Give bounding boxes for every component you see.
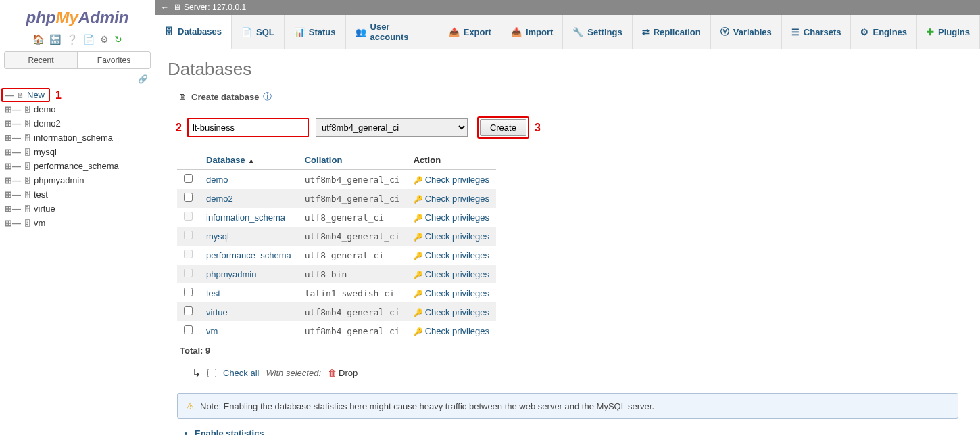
settings-icon[interactable]: ⚙ — [100, 34, 109, 45]
expand-icon[interactable]: ⊞ — [4, 204, 12, 214]
col-database[interactable]: Database▲ — [199, 151, 298, 170]
tab-users[interactable]: 👥User accounts — [346, 15, 439, 49]
check-privileges-link[interactable]: 🔑Check privileges — [414, 269, 489, 279]
logo-toolbar: 🏠 🔚 ❔ 📄 ⚙ ↻ — [0, 31, 155, 51]
tree-line-icon: — — [12, 204, 20, 214]
table-row: virtueutf8mb4_general_ci🔑Check privilege… — [177, 302, 496, 321]
server-label[interactable]: Server: 127.0.0.1 — [184, 3, 246, 12]
arrow-up-icon: ↳ — [192, 367, 201, 380]
row-checkbox[interactable] — [184, 325, 193, 334]
drop-link[interactable]: 🗑Drop — [328, 368, 358, 378]
reload-icon[interactable]: ↻ — [114, 34, 122, 45]
tab-charsets[interactable]: ☰Charsets — [782, 15, 852, 49]
expand-icon[interactable]: ⊞ — [4, 133, 12, 143]
main: ← 🖥 Server: 127.0.0.1 🗄Databases 📄SQL 📊S… — [155, 0, 980, 435]
logo[interactable]: phpMyAdmin — [0, 4, 155, 31]
dbname-input[interactable] — [187, 118, 309, 137]
db-name-link[interactable]: phpmyadmin — [206, 269, 256, 279]
check-all-link[interactable]: Check all — [223, 368, 259, 378]
row-checkbox[interactable] — [184, 306, 193, 315]
expand-icon[interactable]: ⊞ — [4, 118, 12, 129]
database-icon: 🗄 — [22, 191, 32, 199]
db-name-link[interactable]: mysql — [206, 231, 229, 242]
check-privileges-link[interactable]: 🔑Check privileges — [414, 250, 489, 260]
row-checkbox[interactable] — [184, 288, 193, 296]
logout-icon[interactable]: 🔚 — [49, 34, 61, 45]
tree-item[interactable]: ⊞—🗄performance_schema — [1, 159, 153, 173]
sql-icon[interactable]: 📄 — [83, 34, 95, 45]
tree-item[interactable]: ⊞—🗄information_schema — [1, 131, 153, 145]
tab-recent[interactable]: Recent — [5, 52, 77, 68]
check-privileges-link[interactable]: 🔑Check privileges — [414, 231, 489, 242]
db-name-link[interactable]: information_schema — [206, 212, 285, 223]
collation-select[interactable]: utf8mb4_general_ci — [316, 118, 468, 137]
variables-icon: ⓥ — [720, 26, 729, 38]
col-collation[interactable]: Collation — [298, 151, 407, 170]
db-name-link[interactable]: virtue — [206, 307, 228, 317]
create-button[interactable]: Create — [480, 119, 526, 136]
table-row: information_schemautf8_general_ci🔑Check … — [177, 208, 496, 227]
tab-favorites[interactable]: Favorites — [77, 52, 150, 68]
help-icon[interactable]: ⓘ — [263, 91, 272, 103]
tab-sql[interactable]: 📄SQL — [232, 15, 285, 49]
tree-line-icon: — — [12, 175, 20, 185]
db-name-link[interactable]: test — [206, 288, 220, 298]
row-checkbox — [184, 250, 193, 258]
tab-variables[interactable]: ⓥVariables — [711, 15, 782, 49]
privileges-icon: 🔑 — [414, 271, 423, 279]
tree-new[interactable]: — 🗎 New — [1, 88, 50, 102]
row-collation: utf8_bin — [298, 265, 407, 283]
create-db-icon: 🗎 — [178, 92, 187, 102]
row-checkbox — [184, 212, 193, 221]
sidebar-tabs: Recent Favorites — [4, 51, 151, 69]
check-all-box[interactable] — [207, 369, 216, 377]
row-collation: utf8mb4_general_ci — [298, 321, 407, 340]
check-privileges-link[interactable]: 🔑Check privileges — [414, 307, 489, 317]
expand-icon[interactable]: ⊞ — [4, 175, 12, 185]
tab-plugins[interactable]: ✚Plugins — [917, 15, 980, 49]
db-name-link[interactable]: demo2 — [206, 193, 233, 204]
tree-item[interactable]: ⊞—🗄virtue — [1, 202, 153, 216]
row-checkbox[interactable] — [184, 174, 193, 183]
check-privileges-link[interactable]: 🔑Check privileges — [414, 288, 489, 298]
database-icon: 🗄 — [22, 148, 32, 156]
export-icon: 📤 — [449, 27, 460, 37]
tree-item[interactable]: ⊞—🗄test — [1, 187, 153, 202]
expand-icon[interactable]: ⊞ — [4, 218, 12, 228]
new-db-icon: 🗎 — [15, 91, 26, 99]
privileges-icon: 🔑 — [414, 252, 423, 260]
expand-icon[interactable]: ⊞ — [4, 189, 12, 200]
row-checkbox[interactable] — [184, 193, 193, 202]
tree-item[interactable]: ⊞—🗄demo2 — [1, 116, 153, 131]
check-privileges-link[interactable]: 🔑Check privileges — [414, 193, 489, 204]
tree-item[interactable]: ⊞—🗄phpmyadmin — [1, 173, 153, 187]
docs-icon[interactable]: ❔ — [66, 34, 78, 45]
db-tree: — 🗎 New 1 ⊞—🗄demo⊞—🗄demo2⊞—🗄information_… — [0, 85, 155, 233]
tab-engines[interactable]: ⚙Engines — [851, 15, 917, 49]
enable-statistics-link[interactable]: Enable statistics — [195, 426, 968, 435]
check-privileges-link[interactable]: 🔑Check privileges — [414, 212, 489, 223]
db-name-link[interactable]: vm — [206, 326, 218, 336]
tab-status[interactable]: 📊Status — [285, 15, 346, 49]
tab-replication[interactable]: ⇄Replication — [633, 15, 711, 49]
link-icon[interactable]: 🔗 — [138, 74, 148, 84]
expand-icon[interactable]: ⊞ — [4, 104, 12, 114]
collapse-sidebar-icon[interactable]: ← — [161, 3, 169, 12]
check-privileges-link[interactable]: 🔑Check privileges — [414, 175, 489, 185]
expand-icon[interactable]: ⊞ — [4, 161, 12, 171]
row-checkbox — [184, 269, 193, 277]
db-name-link[interactable]: demo — [206, 175, 228, 185]
tab-import[interactable]: 📥Import — [501, 15, 563, 49]
home-icon[interactable]: 🏠 — [32, 34, 44, 45]
db-name-link[interactable]: performance_schema — [206, 250, 291, 260]
tree-item[interactable]: ⊞—🗄demo — [1, 102, 153, 116]
expand-icon[interactable]: ⊞ — [4, 147, 12, 157]
tab-export[interactable]: 📤Export — [439, 15, 501, 49]
privileges-icon: 🔑 — [414, 195, 423, 203]
tree-item[interactable]: ⊞—🗄mysql — [1, 145, 153, 159]
sort-asc-icon: ▲ — [248, 157, 255, 164]
tab-settings[interactable]: 🔧Settings — [563, 15, 632, 49]
tree-item[interactable]: ⊞—🗄vm — [1, 216, 153, 230]
check-privileges-link[interactable]: 🔑Check privileges — [414, 326, 489, 336]
tab-databases[interactable]: 🗄Databases — [155, 15, 232, 49]
